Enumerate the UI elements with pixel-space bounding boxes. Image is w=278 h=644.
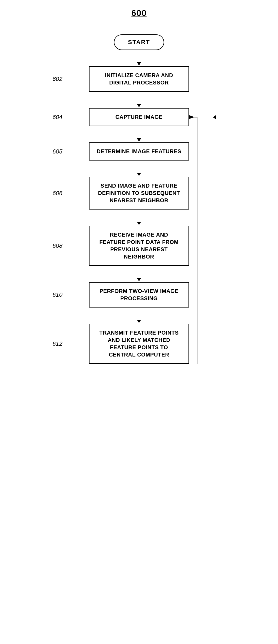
- box-612: TRANSMIT FEATURE POINTS AND LIKELY MATCH…: [89, 324, 189, 364]
- box-610: PERFORM TWO-VIEW IMAGE PROCESSING: [89, 282, 189, 308]
- arrow-606-to-608: [137, 210, 141, 226]
- arrow-605-to-606: [137, 161, 141, 177]
- feedback-arrow-head: [213, 115, 216, 119]
- box-605: DETERMINE IMAGE FEATURES: [89, 142, 189, 161]
- box-608: RECEIVE IMAGE AND FEATURE POINT DATA FRO…: [89, 226, 189, 266]
- node-608-wrapper: 608 RECEIVE IMAGE AND FEATURE POINT DATA…: [44, 226, 234, 266]
- label-604: 604: [52, 114, 62, 121]
- arrow-610-to-612: [137, 308, 141, 324]
- node-605-wrapper: 605 DETERMINE IMAGE FEATURES: [44, 142, 234, 161]
- node-602-wrapper: 602 INITIALIZE CAMERA AND DIGITAL PROCES…: [44, 66, 234, 92]
- arrow-604-to-605: [137, 126, 141, 142]
- label-612: 612: [52, 340, 62, 347]
- label-605: 605: [52, 148, 62, 155]
- box-602: INITIALIZE CAMERA AND DIGITAL PROCESSOR: [89, 66, 189, 92]
- label-602: 602: [52, 76, 62, 83]
- node-604-section: 604 CAPTURE IMAGE: [44, 108, 234, 126]
- page-container: 600 START 602 INITIALIZE CAMERA AND DIGI…: [0, 0, 278, 364]
- node-612-wrapper: 612 TRANSMIT FEATURE POINTS AND LIKELY M…: [44, 324, 234, 364]
- label-610: 610: [52, 291, 62, 298]
- diagram-title: 600: [131, 8, 147, 18]
- node-606-wrapper: 606 SEND IMAGE AND FEATURE DEFINITION TO…: [44, 177, 234, 210]
- node-604-wrapper: 604 CAPTURE IMAGE: [44, 108, 234, 126]
- flowchart: START 602 INITIALIZE CAMERA AND DIGITAL …: [44, 34, 234, 364]
- box-604: CAPTURE IMAGE: [89, 108, 189, 126]
- box-606: SEND IMAGE AND FEATURE DEFINITION TO SUB…: [89, 177, 189, 210]
- arrow-602-to-604: [137, 92, 141, 108]
- start-node: START: [114, 34, 164, 50]
- node-610-wrapper: 610 PERFORM TWO-VIEW IMAGE PROCESSING: [44, 282, 234, 308]
- arrow-start-to-602: [137, 50, 141, 66]
- label-608: 608: [52, 242, 62, 249]
- arrow-608-to-610: [137, 266, 141, 282]
- arrowhead-left: [213, 115, 216, 119]
- label-606: 606: [52, 190, 62, 197]
